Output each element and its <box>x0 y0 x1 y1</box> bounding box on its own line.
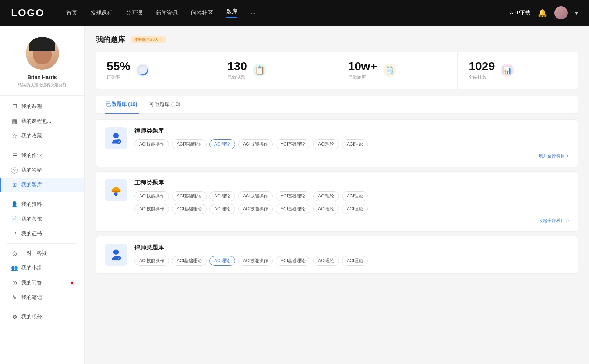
logo[interactable]: LOGO <box>11 7 44 19</box>
stat-accuracy-value: 55% <box>107 60 130 73</box>
sidebar-label-profile: 我的资料 <box>21 201 73 208</box>
group-icon: 👥 <box>11 265 18 271</box>
bank-tag[interactable]: ACI技能操作 <box>134 139 169 149</box>
sidebar-item-my-qa[interactable]: ? 我的答疑 <box>0 163 84 178</box>
bank-tag-active[interactable]: ACI理论 <box>209 139 235 149</box>
list-icon: ☰ <box>11 152 18 159</box>
nav-home[interactable]: 首页 <box>66 10 77 17</box>
svg-point-8 <box>113 250 119 255</box>
main-content: 我的题库 体验剩余23天！ 55% 正确率 130 <box>85 26 589 364</box>
sidebar-item-profile[interactable]: 👤 我的资料 <box>0 197 84 212</box>
bank-tag[interactable]: ACI理论 <box>313 204 339 214</box>
page-title: 我的题库 <box>96 35 125 44</box>
bank-tag[interactable]: ACI技能操作 <box>134 191 169 201</box>
bank-tags-engineer-row1: ACI技能操作 ACI基础理论 ACI理论 ACI技能操作 ACI基础理论 AC… <box>134 191 569 201</box>
navbar-right: APP下载 🔔 ▾ <box>510 6 578 19</box>
avatar-image <box>26 37 59 70</box>
question-badge <box>71 282 73 284</box>
star-icon: ☆ <box>11 133 18 139</box>
bank-tag[interactable]: ACI理论 <box>313 139 339 149</box>
bank-tag[interactable]: ACI理论 <box>342 256 368 266</box>
grid-icon: ▦ <box>11 118 18 125</box>
bank-tag[interactable]: ACI技能操作 <box>134 204 169 214</box>
notes-icon: ✎ <box>11 294 18 301</box>
bank-tag[interactable]: ACI基础理论 <box>172 191 207 201</box>
bank-tag-active[interactable]: ACI理论 <box>209 256 235 266</box>
trial-badge: 体验剩余23天！ <box>130 36 166 43</box>
bank-tag[interactable]: ACI基础理论 <box>276 204 310 214</box>
lawyer-bank-icon-2: ✓ <box>105 244 127 266</box>
bank-tag[interactable]: ACI理论 <box>209 204 235 214</box>
nav-qa[interactable]: 问答社区 <box>191 10 213 17</box>
sidebar-item-my-course[interactable]: ☐ 我的课程 <box>0 99 84 114</box>
bank-tag[interactable]: ACI基础理论 <box>172 139 207 149</box>
bank-tag[interactable]: ACI技能操作 <box>238 256 273 266</box>
bank-tag[interactable]: ACI基础理论 <box>276 191 310 201</box>
profile-motto: 错误的决定比没有决定要好 <box>18 82 67 88</box>
collapse-button-engineer[interactable]: 收起全部科目 > <box>134 218 569 224</box>
bank-tag[interactable]: ACI技能操作 <box>238 191 273 201</box>
nav-news[interactable]: 新闻资讯 <box>156 10 178 17</box>
user-dropdown-arrow-icon[interactable]: ▾ <box>575 10 578 17</box>
sidebar-item-course-package[interactable]: ▦ 我的课程包... <box>0 114 84 129</box>
sidebar-item-one-on-one[interactable]: ◎ 一对一答疑 <box>0 246 84 261</box>
profile-icon: 👤 <box>11 201 18 208</box>
sidebar-label-points: 我的积分 <box>21 314 73 320</box>
bank-tag[interactable]: ACI基础理论 <box>276 256 310 266</box>
bank-tag[interactable]: ACI理论 <box>313 256 339 266</box>
bank-tag[interactable]: ACI技能操作 <box>238 139 273 149</box>
nav-open[interactable]: 公开课 <box>126 10 142 17</box>
sidebar-item-points[interactable]: ⚙ 我的积分 <box>0 310 84 324</box>
stat-accuracy-label: 正确率 <box>107 74 130 81</box>
sidebar-item-group[interactable]: 👥 我的小组 <box>0 261 84 275</box>
bank-tag[interactable]: ACI理论 <box>342 139 368 149</box>
sidebar-divider-2 <box>7 195 77 195</box>
sidebar-label-notes: 我的笔记 <box>21 294 73 301</box>
sidebar-item-cert[interactable]: 🎖 我的证书 <box>0 226 84 241</box>
sidebar-item-notes[interactable]: ✎ 我的笔记 <box>0 290 84 305</box>
sidebar-label-question: 我的问答 <box>21 279 67 286</box>
bank-tag[interactable]: ACI基础理论 <box>172 204 207 214</box>
app-download-button[interactable]: APP下载 <box>510 10 530 16</box>
bank-tag[interactable]: ACI技能操作 <box>134 256 169 266</box>
sidebar-label-collection: 我的收藏 <box>21 133 73 139</box>
tab-todo[interactable]: 可做题库 (10) <box>148 96 182 114</box>
bank-tag[interactable]: ACI理论 <box>342 191 368 201</box>
sidebar-item-exam[interactable]: 📄 我的考试 <box>0 212 84 226</box>
notification-bell-icon[interactable]: 🔔 <box>538 8 547 17</box>
stat-done-banks-value: 10w+ <box>348 60 377 73</box>
bank-tag[interactable]: ACI技能操作 <box>238 204 273 214</box>
svg-text:✓: ✓ <box>118 257 120 260</box>
sidebar-divider-4 <box>7 307 77 307</box>
expand-button-lawyer-1[interactable]: 展开全部科目 > <box>134 153 569 159</box>
engineer-bank-icon <box>105 179 127 201</box>
sidebar-label-cert: 我的证书 <box>21 231 73 237</box>
svg-point-7 <box>114 192 118 196</box>
sidebar-item-question[interactable]: ◎ 我的问答 <box>0 275 84 290</box>
sidebar-item-my-bank[interactable]: ⊞ 我的题库 <box>0 178 84 192</box>
nav-bank[interactable]: 题库 <box>226 8 237 18</box>
bank-tags-lawyer-1: ACI技能操作 ACI基础理论 ACI理论 ACI技能操作 ACI基础理论 AC… <box>134 139 569 149</box>
bank-tag[interactable]: ACI理论 <box>209 191 235 201</box>
user-avatar-nav[interactable] <box>554 6 568 19</box>
sidebar-item-collection[interactable]: ☆ 我的收藏 <box>0 129 84 143</box>
svg-point-2 <box>113 133 119 138</box>
stat-done-questions-label: 已做试题 <box>228 74 247 81</box>
stat-done-questions: 130 已做试题 📋 <box>216 52 337 89</box>
bank-card-lawyer-1: ✓ 律师类题库 ACI技能操作 ACI基础理论 ACI理论 ACI技能操作 AC… <box>96 119 578 167</box>
bank-tags-engineer-row2: ACI技能操作 ACI基础理论 ACI理论 ACI技能操作 ACI基础理论 AC… <box>134 204 569 214</box>
questions-list-icon: 📋 <box>253 64 266 77</box>
stat-done-banks-label: 已做题库 <box>348 74 377 81</box>
nav-discover[interactable]: 发现课程 <box>91 10 113 17</box>
sidebar: Brian Harris 错误的决定比没有决定要好 ☐ 我的课程 ▦ 我的课程包… <box>0 26 85 364</box>
stat-rank-label: 全站排名 <box>469 74 495 81</box>
bank-tag[interactable]: ACI理论 <box>313 191 339 201</box>
bank-tag[interactable]: ACI理论 <box>342 204 368 214</box>
tab-done[interactable]: 已做题库 (10) <box>105 96 139 114</box>
nav-more[interactable]: ··· <box>251 10 255 16</box>
sidebar-item-homework[interactable]: ☰ 我的作业 <box>0 148 84 163</box>
avatar <box>26 37 59 70</box>
bank-icon: ⊞ <box>11 182 18 188</box>
bank-tag[interactable]: ACI基础理论 <box>276 139 310 149</box>
bank-tag[interactable]: ACI基础理论 <box>172 256 207 266</box>
